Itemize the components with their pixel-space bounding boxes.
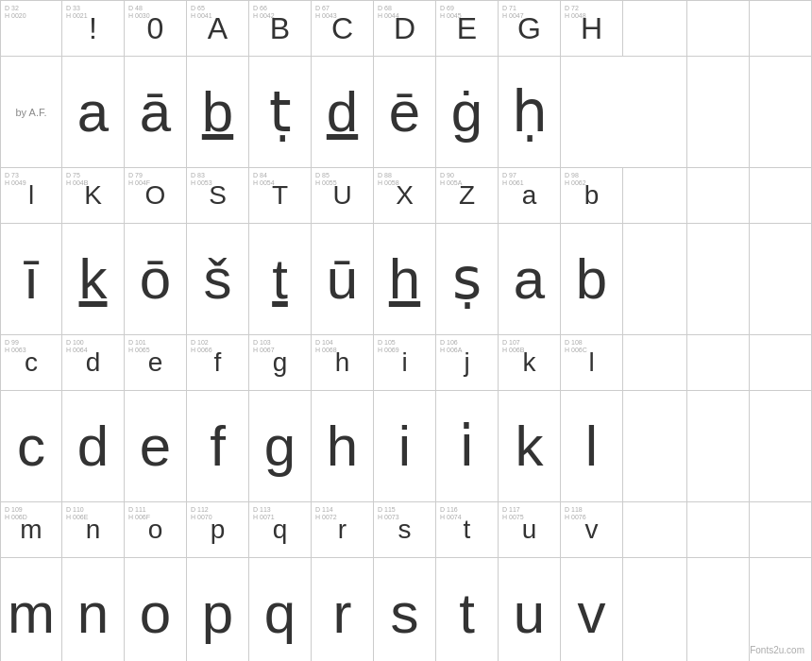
cell-meta: D 105H 0069 — [378, 339, 399, 355]
glyph: b — [202, 84, 233, 141]
cell-meta: D 75H 004B — [66, 172, 88, 188]
glyph: g — [273, 349, 288, 376]
glyph: e — [148, 349, 163, 376]
glyph: k — [79, 251, 108, 308]
glyph: p — [202, 585, 233, 642]
cell-meta: D 118H 0076 — [565, 506, 586, 522]
glyph: d — [86, 349, 101, 376]
cell-meta: D 85H 0055 — [315, 172, 337, 188]
cell-meta: D 68H 0044 — [378, 5, 399, 21]
byaf-label: by A.F. — [15, 107, 46, 118]
glyph: o — [140, 585, 171, 642]
cell-meta: D 117H 0075 — [502, 506, 524, 522]
cell-meta: D 107H 006B — [502, 339, 524, 355]
cell-meta: D 66H 0042 — [253, 5, 275, 21]
glyph: s — [398, 517, 412, 543]
cell-meta: D 79H 004F — [128, 172, 150, 188]
cell-meta: D 69H 0045 — [440, 5, 462, 21]
glyph: n — [77, 585, 109, 642]
cell-meta: D 115H 0073 — [378, 506, 399, 522]
glyph: ū — [327, 251, 358, 308]
glyph: f — [214, 349, 222, 376]
cell-meta: D 102H 0066 — [191, 339, 212, 355]
cell-meta: D 97H 0061 — [502, 172, 524, 188]
cell-meta: D 100H 0064 — [66, 339, 88, 355]
cell-meta: D 103H 0067 — [253, 339, 275, 355]
glyph: t — [459, 585, 475, 642]
glyph: r — [338, 517, 347, 543]
glyph: f — [210, 418, 226, 475]
glyph: h — [335, 349, 350, 376]
glyph: k — [516, 418, 544, 475]
glyph: h — [327, 418, 358, 475]
glyph: i — [398, 418, 411, 475]
glyph: ī — [24, 251, 40, 308]
glyph: l — [588, 349, 594, 376]
glyph: k — [523, 349, 536, 376]
glyph: c — [25, 349, 38, 376]
cell-meta: D 88H 0058 — [378, 172, 399, 188]
glyph: t — [464, 517, 471, 543]
glyph: v — [578, 585, 606, 642]
glyph: t — [272, 251, 288, 308]
cell-meta: D 90H 005A — [440, 172, 462, 188]
glyph: i̇ — [459, 418, 475, 475]
cell-meta: D 108H 006C — [565, 339, 587, 355]
glyph: p — [211, 517, 226, 543]
glyph: v — [585, 517, 599, 543]
glyph: s — [391, 585, 419, 642]
cell-meta: D 111H 006F — [128, 506, 150, 522]
cell-meta: D 114H 0072 — [315, 506, 337, 522]
cell-meta: D 106H 006A — [440, 339, 462, 355]
glyph: q — [273, 517, 288, 543]
glyph: ē — [389, 84, 420, 141]
glyph: r — [333, 585, 352, 642]
cell-meta: D 101H 0065 — [128, 339, 150, 355]
glyph: š — [204, 251, 232, 308]
glyph: ḥ — [512, 84, 548, 141]
cell-meta: D 48H 0030 — [128, 5, 150, 21]
glyph: ā — [140, 84, 171, 141]
cell-meta: D 33H 0021 — [66, 5, 88, 21]
glyph: d — [327, 84, 358, 141]
glyph: i — [401, 349, 407, 376]
glyph: j — [464, 349, 469, 376]
glyph: u — [514, 585, 545, 642]
cell-meta: D 71H 0047 — [502, 5, 524, 21]
cell-meta: D 112H 0070 — [191, 506, 212, 522]
cell-meta: D 67H 0043 — [315, 5, 337, 21]
cell-meta: D 65H 0041 — [191, 5, 212, 21]
glyph: l — [28, 182, 34, 209]
cell-meta: D 84H 0054 — [253, 172, 275, 188]
cell-meta: D 73H 0049 — [5, 172, 26, 188]
glyph: u — [522, 517, 537, 543]
glyph: q — [264, 585, 296, 642]
glyph: o — [148, 517, 163, 543]
cell-meta: D 109H 006D — [5, 506, 27, 522]
glyph: b — [584, 182, 600, 209]
glyph: d — [77, 418, 109, 475]
cell-meta: D 72H 0048 — [565, 5, 586, 21]
glyph: ṭ — [269, 84, 292, 141]
cell-meta: D 98H 0062 — [565, 172, 586, 188]
cell-meta: D 113H 0071 — [253, 506, 275, 522]
glyph: a — [514, 251, 545, 308]
glyph: e — [140, 418, 171, 475]
cell-meta: D 83H 0053 — [191, 172, 212, 188]
glyph: g — [264, 418, 296, 475]
glyph: ! — [89, 13, 97, 43]
glyph: ō — [140, 251, 171, 308]
cell-meta: D 116H 0074 — [440, 506, 462, 522]
cell-meta: D 99H 0063 — [5, 339, 26, 355]
glyph: l — [585, 418, 598, 475]
glyph: h — [389, 251, 420, 308]
glyph: ġ — [451, 84, 482, 141]
glyph: a — [77, 84, 109, 141]
glyph: ṣ — [452, 251, 482, 308]
watermark: Fonts2u.com — [750, 645, 804, 655]
glyph: b — [576, 251, 607, 308]
glyph: c — [17, 418, 45, 475]
glyph: m — [8, 585, 55, 642]
glyph: a — [522, 182, 537, 209]
cell-meta: D 104H 0068 — [315, 339, 337, 355]
